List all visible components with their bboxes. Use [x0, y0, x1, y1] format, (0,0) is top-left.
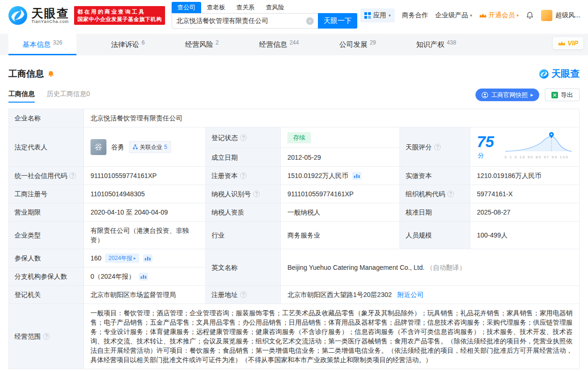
chevron-right-icon: ▸ — [134, 254, 136, 262]
search-button[interactable]: 天眼一下 — [318, 13, 357, 29]
field-label-establish-date: 成立日期 — [206, 148, 281, 167]
field-label-reg-authority: 登记机关 — [9, 286, 84, 304]
crown-icon — [479, 13, 487, 18]
tab-count: 326 — [53, 39, 62, 46]
clear-search-icon[interactable]: × — [306, 17, 314, 25]
tab-intellectual-property[interactable]: 知识产权 438 — [411, 34, 462, 55]
vip-label: VIP — [567, 39, 578, 47]
table-row: 企业名称 北京悦活餐饮管理有限责任公司 — [9, 109, 580, 127]
apps-grid-icon — [364, 12, 371, 19]
paid-capital-value: 1210.019186万人民币 — [470, 167, 580, 185]
help-icon[interactable]: ? — [434, 144, 441, 150]
help-icon[interactable]: ? — [447, 191, 454, 197]
table-row: 企业类型 有限责任公司（港澳台投资、非独资） 行业 商务服务业 人员规模 100… — [9, 222, 580, 249]
org-chart-icon — [133, 144, 138, 149]
tab-label: 法律诉讼 — [111, 40, 139, 49]
tab-label: 经营风险 — [185, 40, 213, 49]
tab-count: 6 — [142, 39, 145, 46]
crown-icon — [558, 41, 565, 46]
tianyancha-logo[interactable]: 天眼查 TianYanCha.com — [8, 5, 69, 26]
field-label-score: 天眼评分? — [400, 127, 470, 167]
score-value: 75分 0 1 3 15 50 85 97 99 100 — [470, 127, 580, 167]
official-snapshot-button[interactable]: 工商官网快照 ▸ — [475, 89, 539, 101]
table-row: 参保人数 160 2024年报▸ 英文名称 Beijing Yuehuo Cat… — [9, 249, 580, 267]
search-tab-company[interactable]: 查公司 — [172, 2, 201, 13]
nav-enterprise-products[interactable]: 企业级产品 ▾ — [435, 11, 472, 20]
top-navigation: 应用 ▾ 商务合作 企业级产品 ▾ 开通会员 ▾ 超级风... — [360, 8, 580, 22]
tab-basic-info[interactable]: 基本信息 326 — [8, 34, 76, 55]
subscribe-bell-icon[interactable] — [47, 70, 54, 78]
watermark-logo: 天眼查 — [539, 67, 580, 80]
tab-business-info-current[interactable]: 工商信息 — [8, 90, 35, 103]
nav-business-cooperation[interactable]: 商务合作 — [402, 11, 428, 20]
legal-rep-avatar[interactable]: 谷 — [90, 139, 106, 155]
tianyancha-logo-icon — [539, 69, 549, 79]
trend-chart-icon[interactable] — [352, 172, 362, 180]
reg-status-value: 存续 — [281, 127, 400, 148]
logo-title: 天眼查 — [31, 7, 69, 19]
business-scope-value: 一般项目：餐饮管理；酒店管理；企业管理咨询；服装服饰零售；工艺美术品及收藏品零售… — [84, 304, 580, 369]
search-tab-boss[interactable]: 查老板 — [201, 2, 231, 13]
tianyancha-logo-icon — [8, 5, 28, 26]
tab-operating-risk[interactable]: 经营风险 2 — [180, 34, 225, 55]
tab-business-status[interactable]: 经营信息 244 — [253, 34, 304, 55]
person-badge-icon — [482, 92, 488, 98]
field-label-business-scope: 经营范围? — [9, 304, 84, 369]
chevron-down-icon: ▾ — [470, 13, 472, 18]
search-tab-risk[interactable]: 查风险 — [260, 2, 290, 13]
notifications-bell-icon[interactable] — [526, 11, 534, 20]
snapshot-label: 工商官网快照 — [491, 91, 528, 99]
sub-tabs: 工商信息 历史工商信息0 工商官网快照 ▸ 导出 — [8, 89, 580, 104]
field-label-credit-code: 统一社会信用代码? — [9, 167, 84, 185]
help-icon[interactable]: ? — [43, 333, 50, 340]
search-tab-relation[interactable]: 查关系 — [231, 2, 260, 13]
reg-capital-value: 1510.01922万人民币 — [281, 167, 400, 185]
tab-legal-proceedings[interactable]: 法律诉讼 6 — [106, 34, 151, 55]
help-icon[interactable]: ? — [253, 191, 260, 197]
annual-report-badge[interactable]: 2024年报▸ — [105, 253, 139, 263]
score-distribution-chart: 0 1 3 15 50 85 97 99 100 — [505, 132, 573, 162]
tab-business-info-history[interactable]: 历史工商信息0 — [47, 90, 90, 103]
trend-chart-icon[interactable] — [143, 254, 152, 262]
field-label-reg-capital: 注册资本? — [206, 167, 281, 185]
business-term-value: 2020-04-10 至 2040-04-09 — [84, 203, 206, 222]
help-icon[interactable]: ? — [240, 172, 247, 179]
table-row: 工商注册号 110105014948305 纳税人识别号? 9111010559… — [9, 185, 580, 203]
field-label-english-name: 英文名称 — [206, 249, 281, 286]
company-section-tabs: 基本信息 326 法律诉讼 6 经营风险 2 经营信息 244 公司发展 29 … — [0, 34, 588, 55]
insured-count-value: 160 2024年报▸ — [84, 249, 206, 267]
user-name: 超级风... — [555, 11, 580, 20]
table-row: 法定代表人 谷 谷勇 关联企业 5 — [9, 127, 580, 148]
auto-translate-note: （自动翻译） — [426, 264, 466, 271]
business-info-table: 企业名称 北京悦活餐饮管理有限责任公司 法定代表人 谷 谷勇 — [8, 109, 580, 369]
field-label-company-name: 企业名称 — [9, 109, 84, 127]
business-info-section: 工商信息 天眼查 工商信息 历史工商信息0 — [0, 67, 588, 371]
reg-number-value: 110105014948305 — [84, 185, 206, 203]
nearby-companies-link[interactable]: 附近公司 — [397, 291, 423, 298]
field-label-legal-rep: 法定代表人 — [9, 127, 84, 167]
field-label-business-term: 营业期限 — [9, 203, 84, 222]
nav-open-membership[interactable]: 开通会员 ▾ — [479, 11, 519, 20]
tab-company-development[interactable]: 公司发展 29 — [333, 34, 381, 55]
help-icon[interactable]: ? — [240, 291, 247, 298]
field-label-industry: 行业 — [206, 222, 281, 249]
english-name-value: Beijing Yuehuo Catering Management Co., … — [281, 249, 580, 286]
user-account[interactable]: 超级风... — [541, 10, 580, 21]
search-input[interactable] — [176, 17, 306, 25]
legal-rep-name-link[interactable]: 谷勇 — [111, 142, 124, 152]
reg-address-value: 北京市朝阳区西大望路1号20层2302 附近公司 — [281, 286, 580, 304]
apps-menu-button[interactable]: 应用 ▾ — [360, 8, 395, 22]
apps-label: 应用 — [373, 11, 386, 20]
help-icon[interactable]: ? — [240, 134, 247, 141]
trend-chart-icon[interactable] — [139, 273, 148, 281]
export-button[interactable]: 导出 — [545, 89, 580, 101]
related-companies-badge[interactable]: 关联企业 5 — [129, 141, 171, 153]
staff-size-value: 100-499人 — [470, 222, 580, 249]
company-name-value: 北京悦活餐饮管理有限责任公司 — [84, 109, 580, 127]
enterprise-products-label: 企业级产品 — [435, 11, 468, 20]
help-icon[interactable]: ? — [69, 172, 76, 179]
score-axis-labels: 0 1 3 15 50 85 97 99 100 — [505, 153, 573, 162]
vip-badge[interactable]: VIP — [553, 37, 583, 49]
field-label-reg-address: 注册地址? — [206, 286, 281, 304]
field-label-paid-capital: 实缴资本 — [400, 167, 470, 185]
